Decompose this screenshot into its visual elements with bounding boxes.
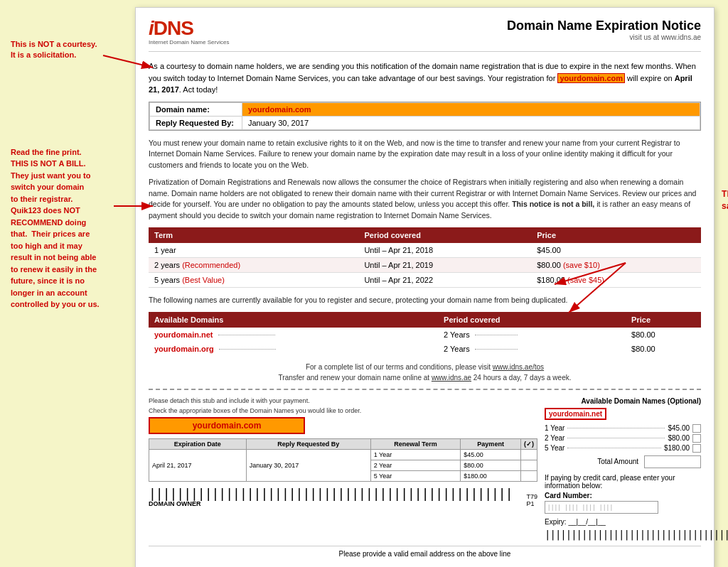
stub-term-3: 5 Year	[370, 470, 460, 481]
price-val-1: $45.00	[668, 424, 690, 432]
period-1year: Until – Apr 21, 2018	[358, 243, 531, 258]
stub-col-replyby: Reply Requested By	[246, 438, 370, 449]
right-annot-block: This is NOT a savings	[722, 188, 728, 212]
avail-price-net: $80.00	[626, 328, 701, 342]
term-1year: 1 year	[149, 243, 358, 258]
cc-number-field[interactable]: | | | | | | | | | | | | | | | |	[545, 501, 658, 514]
doc-title-area: Domain Name Expiration Notice visit us a…	[507, 18, 701, 41]
stub-col-check: (✓)	[521, 438, 537, 449]
barcode-area: ||||||||||||||||||||||||||||||||||||||||…	[149, 487, 537, 507]
domain-name-label: Domain name:	[150, 102, 242, 116]
doc-title: Domain Name Expiration Notice	[507, 18, 701, 33]
domain-info-table: Domain name: yourdomain.com Reply Reques…	[149, 102, 700, 130]
pricing-row-2: 2 years (Recommended) Until – Apr 21, 20…	[149, 257, 701, 272]
right-stub-title: Available Domain Names (Optional)	[545, 397, 701, 405]
stub-term-2: 2 Year	[370, 460, 460, 470]
cc-section: If paying by credit card, please enter y…	[545, 474, 701, 540]
bottom-barcode: |||||||||||||||||||||||||||||||||||||||	[545, 529, 728, 540]
stub-header-row: Expiration Date Reply Requested By Renew…	[149, 438, 537, 449]
price-row-1year: 1 Year $45.00	[545, 424, 701, 433]
annotation-block-1: This is NOT a courtesy. It is a solicita…	[11, 39, 128, 61]
stub-left: Please detach this stub and include it w…	[149, 397, 537, 540]
stub-col-payment: Payment	[461, 438, 521, 449]
visit-text: visit us at www.idns.ae	[507, 33, 701, 41]
stub-check-3[interactable]	[521, 470, 537, 481]
domain-name-value: yourdomain.com	[242, 102, 700, 116]
term-5year: 5 years (Best Value)	[149, 272, 358, 287]
pricing-col-term: Term	[149, 227, 358, 243]
annot2-text: Read the fine print. THIS IS NOT A BILL.…	[11, 146, 128, 310]
pricing-row-1: 1 year Until – Apr 21, 2018 $45.00	[149, 243, 701, 258]
opt-domain: yourdomain.net	[545, 408, 701, 420]
left-annotation: This is NOT a courtesy. It is a solicita…	[7, 7, 132, 567]
t79-label: T79 P1	[527, 493, 538, 507]
checkbox-2[interactable]	[692, 434, 701, 443]
price-label-5: 5 Year	[545, 444, 564, 452]
footer-text-1: For a complete list of our terms and con…	[149, 363, 701, 371]
avail-row-1: yourdomain.net 2 Years $80.00	[149, 328, 701, 342]
footer-text-2: Transfer and renew your domain name onli…	[149, 374, 701, 382]
stub-price-3: $180.00	[461, 470, 521, 481]
stub-reply-by: January 30, 2017	[246, 449, 370, 481]
price-label-1: 1 Year	[545, 424, 564, 432]
stub-check-2[interactable]	[521, 460, 537, 470]
stub-right: Available Domain Names (Optional) yourdo…	[545, 397, 701, 540]
logo-dns: DNS	[154, 17, 193, 39]
avail-domain-org: yourdomain.org	[149, 342, 438, 356]
logo-i: i	[149, 17, 154, 39]
perforated-divider	[149, 389, 701, 390]
cc-note: If paying by credit card, please enter y…	[545, 474, 701, 490]
total-label: Total Amount	[597, 458, 638, 465]
stub-price-2: $80.00	[461, 460, 521, 470]
avail-period-org: 2 Years	[438, 342, 626, 356]
annotation-block-2: Read the fine print. THIS IS NOT A BILL.…	[11, 146, 128, 310]
expiry-field: Expiry: __|__/__|__	[545, 518, 701, 526]
pricing-table: Term Period covered Price 1 year Until –…	[149, 227, 701, 288]
price-row-5year: 5 Year $180.00	[545, 444, 701, 453]
total-amount-box[interactable]	[644, 455, 701, 468]
cc-label: Card Number:	[545, 492, 701, 500]
stub-exp-date: April 21, 2017	[149, 449, 247, 481]
reply-label: Reply Requested By:	[150, 116, 242, 129]
checkbox-1[interactable]	[692, 424, 701, 433]
annot1-text: This is NOT a courtesy. It is a solicita…	[11, 39, 128, 61]
price-1year: $45.00	[531, 243, 701, 258]
period-2year: Until – Apr 21, 2019	[358, 257, 531, 272]
stub-note-2: Check the appropriate boxes of the Domai…	[149, 407, 537, 414]
body-para-2: Privatization of Domain Registrations an…	[149, 177, 701, 222]
stub-data-row: April 21, 2017 January 30, 2017 1 Year $…	[149, 449, 537, 460]
term-2year: 2 years (Recommended)	[149, 257, 358, 272]
right-annot-text: This is NOT a savings	[722, 188, 728, 212]
reply-value: January 30, 2017	[242, 116, 700, 129]
price-5year: $180.00 (save $45)	[531, 272, 701, 287]
pricing-header-row: Term Period covered Price	[149, 227, 701, 243]
stub-section: Please detach this stub and include it w…	[149, 397, 701, 540]
avail-price-org: $80.00	[626, 342, 701, 356]
price-val-5: $180.00	[664, 444, 690, 452]
idns-logo: iDNS	[149, 18, 229, 38]
bottom-note: Please provide a valid email address on …	[149, 546, 701, 558]
domain-highlight: yourdomain.com	[557, 73, 625, 83]
logo-area: iDNS Internet Domain Name Services	[149, 18, 229, 45]
stub-term-1: 1 Year	[370, 449, 460, 460]
pricing-col-price: Price	[531, 227, 701, 243]
right-annotation: This is NOT a savings	[718, 7, 728, 567]
stub-price-1: $45.00	[461, 449, 521, 460]
pricing-col-period: Period covered	[358, 227, 531, 243]
stub-col-expdate: Expiration Date	[149, 438, 247, 449]
stub-col-term: Renewal Term	[370, 438, 460, 449]
period-5year: Until – Apr 21, 2022	[358, 272, 531, 287]
checkbox-5[interactable]	[692, 444, 701, 453]
domain-info-box: Domain name: yourdomain.com Reply Reques…	[149, 102, 701, 131]
stub-check-1[interactable]	[521, 449, 537, 460]
avail-row-2: yourdomain.org 2 Years $80.00	[149, 342, 701, 356]
avail-period-net: 2 Years	[438, 328, 626, 342]
avail-domain-net: yourdomain.net	[149, 328, 438, 342]
avail-col-period: Period covered	[438, 312, 626, 328]
pricing-row-3: 5 years (Best Value) Until – Apr 21, 202…	[149, 272, 701, 287]
available-domains-table: Available Domains Period covered Price y…	[149, 312, 701, 356]
price-row-2year: 2 Year $80.00	[545, 434, 701, 443]
price-val-2: $80.00	[668, 434, 690, 442]
main-document: iDNS Internet Domain Name Services Domai…	[135, 7, 714, 567]
logo-subtitle: Internet Domain Name Services	[149, 39, 229, 45]
